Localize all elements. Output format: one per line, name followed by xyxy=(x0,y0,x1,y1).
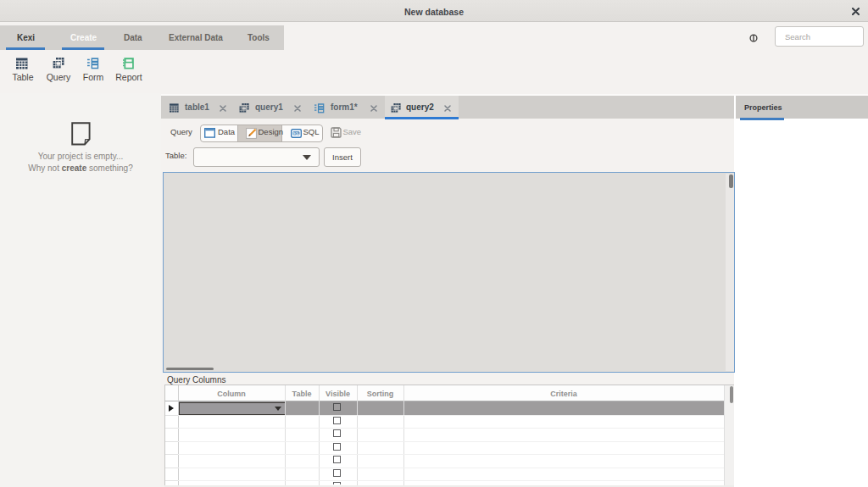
svg-text:SQL: SQL xyxy=(293,132,300,136)
